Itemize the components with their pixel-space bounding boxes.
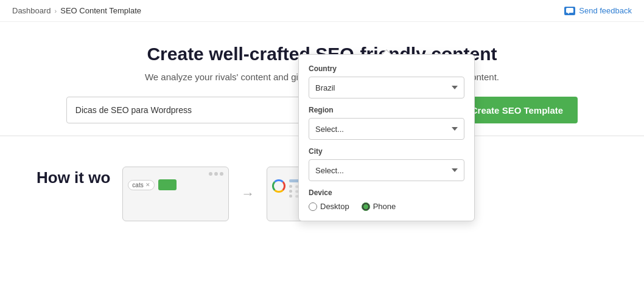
device-phone-radio[interactable] [362,202,370,211]
breadcrumb: Dashboard › SEO Content Template [12,6,141,15]
city-label: City [309,147,464,156]
city-select[interactable]: Select... [309,159,464,181]
device-row: Device Desktop Phone [309,188,464,211]
device-phone-label: Phone [373,202,396,211]
bullet-dot-3 [289,195,292,198]
browser-dot-1 [209,172,212,176]
device-desktop-label: Desktop [320,202,349,211]
feedback-button[interactable]: Send feedback [564,6,632,15]
keyword-input[interactable] [66,97,334,123]
tag-pill: cats ✕ [128,180,154,190]
how-section-title: How it wo [37,168,110,187]
tag-remove-icon: ✕ [145,182,150,188]
tag-text: cats [132,182,143,188]
device-desktop-option[interactable]: Desktop [309,202,349,211]
region-label: Region [309,106,464,114]
feedback-label: Send feedback [579,6,632,15]
svg-rect-0 [566,8,573,13]
chat-bubble-svg [566,8,573,14]
svg-marker-1 [567,13,569,14]
chat-icon [564,7,575,15]
bullet-dot-2 [289,190,292,193]
country-select[interactable]: Brazil United States United Kingdom Germ… [309,77,464,98]
bullet-dot-1 [289,185,292,188]
breadcrumb-dashboard[interactable]: Dashboard [12,6,51,15]
google-logo [272,179,285,193]
browser-dots [128,172,223,176]
device-options: Desktop Phone [309,202,464,211]
browser-dot-3 [220,172,223,176]
green-button-mock [158,179,177,190]
browser-mock-input: cats ✕ [122,167,229,221]
dropdown-triangle [381,49,392,55]
device-label: Device [309,188,464,197]
browser-dot-2 [214,172,218,176]
top-bar: Dashboard › SEO Content Template Send fe… [0,0,644,22]
device-desktop-radio[interactable] [309,202,317,211]
country-label: Country [309,64,464,73]
region-select[interactable]: Select... [309,118,464,140]
arrow-right-icon: → [241,186,254,202]
location-dropdown-popup: Country Brazil United States United King… [298,54,475,221]
device-phone-option[interactable]: Phone [362,202,396,211]
breadcrumb-current: SEO Content Template [60,6,141,15]
how-section: Country Brazil United States United King… [0,148,644,221]
breadcrumb-chevron-icon: › [55,7,57,15]
browser-content: cats ✕ [128,179,223,190]
